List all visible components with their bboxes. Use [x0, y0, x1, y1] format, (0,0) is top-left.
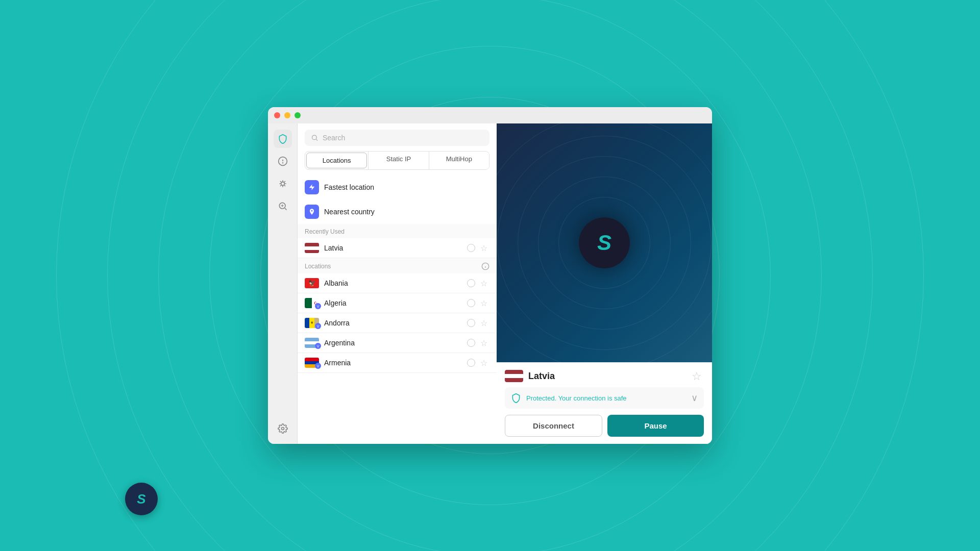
albania-flag: 🦅 — [305, 278, 319, 288]
radio-button[interactable] — [467, 299, 475, 307]
fastest-location-item[interactable]: Fastest location — [298, 175, 497, 199]
list-item[interactable]: V Armenia ☆ — [298, 353, 497, 373]
map-area: S — [497, 123, 712, 362]
location-panel: Locations Static IP MultiHop Fastest loc… — [298, 123, 497, 444]
surfshark-logo: S — [579, 217, 630, 268]
search-bar — [298, 123, 497, 151]
vpn-badge: V — [315, 343, 321, 349]
minimize-button[interactable] — [284, 112, 290, 118]
fastest-location-label: Fastest location — [324, 183, 374, 191]
shield-icon — [511, 393, 521, 403]
chevron-down-icon: ∨ — [691, 392, 698, 404]
floating-surfshark-icon[interactable]: S — [125, 483, 158, 515]
close-button[interactable] — [274, 112, 280, 118]
favorite-star[interactable]: ☆ — [480, 279, 489, 288]
maximize-button[interactable] — [295, 112, 301, 118]
recently-used-header: Recently Used — [298, 224, 497, 238]
radio-button[interactable] — [467, 339, 475, 347]
svg-point-6 — [312, 135, 316, 140]
radio-button[interactable] — [467, 244, 475, 252]
tab-static-ip[interactable]: Static IP — [369, 152, 428, 169]
sidebar — [268, 123, 298, 444]
connection-location-row: Latvia ☆ — [505, 370, 704, 382]
bolt-icon — [305, 180, 319, 194]
country-name: Latvia — [324, 244, 462, 252]
radio-button[interactable] — [467, 319, 475, 327]
radio-button[interactable] — [467, 279, 475, 287]
favorite-star[interactable]: ☆ — [480, 338, 489, 347]
surfshark-s-letter: S — [597, 231, 611, 255]
app-window: Locations Static IP MultiHop Fastest loc… — [268, 107, 712, 444]
location-list: Fastest location Nearest country Recentl… — [298, 175, 497, 444]
latvia-flag — [305, 243, 319, 253]
search-input-wrapper[interactable] — [305, 130, 489, 146]
list-item[interactable]: ⚜ V Andorra ☆ — [298, 313, 497, 333]
armenia-flag: V — [305, 358, 319, 368]
favorite-star[interactable]: ☆ — [480, 358, 489, 367]
country-name: Armenia — [324, 359, 462, 367]
search-icon — [311, 134, 318, 142]
protection-status-row[interactable]: Protected. Your connection is safe ∨ — [505, 387, 704, 409]
list-item[interactable]: 🦅 Albania ☆ — [298, 273, 497, 293]
pause-button[interactable]: Pause — [607, 415, 704, 437]
sidebar-item-search[interactable] — [274, 197, 292, 215]
algeria-flag: ☪ V — [305, 298, 319, 308]
right-panel: S Latvia ☆ — [497, 123, 712, 444]
vpn-badge: V — [315, 303, 321, 309]
svg-point-5 — [281, 428, 284, 430]
tab-locations[interactable]: Locations — [306, 153, 367, 168]
floating-s-letter: S — [137, 491, 145, 507]
title-bar — [268, 107, 712, 123]
radio-button[interactable] — [467, 359, 475, 367]
country-name: Andorra — [324, 319, 462, 327]
pin-icon — [305, 205, 319, 219]
favorite-star[interactable]: ☆ — [480, 243, 489, 253]
sidebar-item-vpn[interactable] — [274, 130, 292, 148]
info-icon — [481, 262, 489, 270]
sidebar-item-alert[interactable] — [274, 152, 292, 170]
connection-favorite-star[interactable]: ☆ — [692, 370, 704, 382]
app-body: Locations Static IP MultiHop Fastest loc… — [268, 123, 712, 444]
locations-header: Locations — [298, 258, 497, 273]
favorite-star[interactable]: ☆ — [480, 298, 489, 308]
search-input[interactable] — [323, 134, 483, 142]
vpn-badge: V — [315, 363, 321, 369]
argentina-flag: V — [305, 338, 319, 348]
disconnect-button[interactable]: Disconnect — [505, 415, 602, 437]
country-name: Argentina — [324, 339, 462, 347]
favorite-star[interactable]: ☆ — [480, 318, 489, 328]
tabs: Locations Static IP MultiHop — [305, 151, 489, 170]
country-name: Algeria — [324, 299, 462, 307]
action-buttons: Disconnect Pause — [505, 415, 704, 437]
andorra-flag: ⚜ V — [305, 318, 319, 328]
sidebar-item-settings[interactable] — [274, 419, 292, 438]
tab-multihop[interactable]: MultiHop — [429, 152, 489, 169]
list-item[interactable]: ☪ V Algeria ☆ — [298, 293, 497, 313]
list-item[interactable]: V Argentina ☆ — [298, 333, 497, 353]
vpn-badge: V — [315, 323, 321, 329]
connected-country-name: Latvia — [528, 371, 687, 382]
connection-info: Latvia ☆ Protected. Your connection is s… — [497, 362, 712, 444]
protection-text: Protected. Your connection is safe — [526, 394, 691, 402]
svg-point-3 — [281, 182, 284, 186]
country-name: Albania — [324, 279, 462, 287]
latvia-flag-large — [505, 370, 523, 382]
list-item[interactable]: Latvia ☆ — [298, 238, 497, 258]
svg-point-2 — [282, 163, 283, 163]
sidebar-item-bug[interactable] — [274, 174, 292, 193]
nearest-country-item[interactable]: Nearest country — [298, 199, 497, 224]
nearest-country-label: Nearest country — [324, 208, 375, 216]
